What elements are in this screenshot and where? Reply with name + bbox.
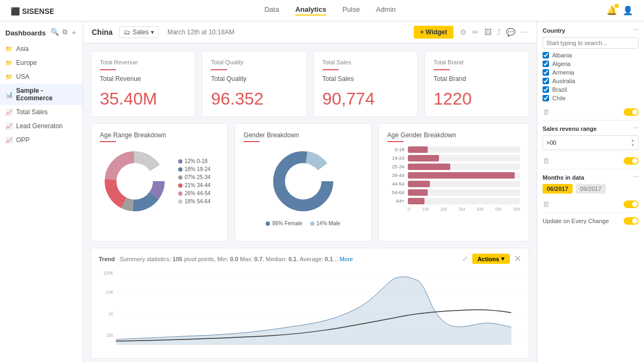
- country-search[interactable]: [543, 37, 639, 49]
- axis-label: 2M: [440, 206, 447, 212]
- divider: [543, 169, 639, 169]
- country-label: Country: [543, 27, 565, 34]
- chart-icon: 📊: [5, 91, 13, 98]
- add-dashboard-icon[interactable]: ＋: [70, 28, 77, 38]
- trash-icon[interactable]: 🗑: [543, 108, 550, 116]
- bar-row: 44-54: [387, 181, 520, 187]
- country-toggle[interactable]: [624, 108, 639, 116]
- edit-icon[interactable]: ✏: [472, 28, 479, 36]
- sidebar: Dashboards 🔍 ⧉ ＋ 📁 Asia 📁 Europe 📁 USA 📊…: [0, 21, 83, 362]
- sales-filter[interactable]: 🗂 Sales ▾: [119, 26, 159, 38]
- months-toggle[interactable]: [624, 201, 639, 208]
- share-icon[interactable]: ⤴: [497, 28, 501, 36]
- algeria-checkbox[interactable]: [543, 61, 549, 67]
- country-brazil: Brazil: [543, 86, 639, 93]
- sales-filter-controls: 🗑: [543, 157, 639, 165]
- more-link[interactable]: More: [340, 256, 353, 262]
- folder-icon: 📁: [5, 73, 13, 80]
- more-options-icon[interactable]: ⋯: [633, 27, 639, 34]
- country-section-header[interactable]: Country ⋯: [543, 27, 639, 34]
- bar-chart: 0-18 19-24 25-34 34-44: [387, 146, 520, 212]
- sidebar-item-usa[interactable]: 📁 USA: [0, 70, 83, 84]
- tab-analytics[interactable]: Analytics: [295, 5, 326, 16]
- kpi-brand: Total Brand Total Brand 1220: [425, 51, 529, 117]
- sidebar-item-opp[interactable]: 📈 OPP: [0, 133, 83, 147]
- kpi-revenue-value: 35.40M: [100, 89, 186, 109]
- range-arrows[interactable]: ▲ ▼: [631, 138, 635, 147]
- chevron-down-icon: ▾: [501, 255, 504, 262]
- tab-pulse[interactable]: Pulse: [342, 5, 360, 16]
- tab-data[interactable]: Data: [265, 5, 279, 16]
- user-icon[interactable]: 👤: [623, 5, 633, 16]
- kpi-sales-title: Total Sales: [323, 75, 409, 83]
- sales-toggle[interactable]: [624, 157, 639, 165]
- sisense-logo: ⬛ SISENSE: [11, 5, 54, 16]
- bar-label: 64+: [387, 198, 405, 204]
- legend-item: 14% Male: [310, 220, 340, 226]
- kpi-brand-label: Total Brand: [434, 59, 520, 65]
- sales-range-input[interactable]: >00 ▲ ▼: [543, 135, 639, 150]
- image-icon[interactable]: 🖼: [484, 28, 492, 36]
- sidebar-item-leadgen[interactable]: 📈 Lead Generaton: [0, 119, 83, 133]
- axis-label: 0: [408, 206, 411, 212]
- more-options-icon[interactable]: ⋯: [633, 174, 639, 181]
- months-section: Months in data ⋯ 06/2017 06/2017: [543, 174, 639, 194]
- kpi-sales-value: 90,774: [323, 89, 409, 109]
- trend-label: Trend: [99, 256, 115, 262]
- bar-fill: [408, 189, 428, 196]
- add-widget-button[interactable]: + Widget: [414, 26, 453, 39]
- legend-label: 26% 44-54: [185, 190, 210, 196]
- svg-point-10: [286, 164, 321, 199]
- armenia-checkbox[interactable]: [543, 69, 549, 76]
- tab-admin[interactable]: Admin: [376, 5, 396, 16]
- sidebar-item-asia[interactable]: 📁 Asia: [0, 42, 83, 56]
- chart-row: Age Range Breakdown: [91, 123, 529, 241]
- update-label: Update on Every Change: [543, 218, 609, 224]
- month-inactive-button[interactable]: 06/2017: [576, 184, 606, 194]
- actions-button[interactable]: Actions ▾: [472, 254, 510, 264]
- line-chart-icon: 📈: [5, 137, 13, 144]
- trash-icon[interactable]: 🗑: [543, 157, 550, 165]
- kpi-sales: Total Sales Total Sales 90,774: [313, 51, 418, 117]
- search-icon[interactable]: 🔍: [50, 28, 59, 38]
- nav-tabs: Data Analytics Pulse Admin: [265, 5, 396, 16]
- sales-section-header[interactable]: Sales revenu range ⋯: [543, 125, 639, 132]
- country-albania: Albania: [543, 52, 639, 58]
- sales-label: Sales revenu range: [543, 125, 597, 132]
- line-chart-icon: 📈: [5, 109, 13, 116]
- more-icon[interactable]: ⋯: [521, 28, 528, 36]
- chile-checkbox[interactable]: [543, 95, 549, 101]
- sidebar-item-sample[interactable]: 📊 Sample - Ecommerce: [0, 84, 83, 105]
- close-button[interactable]: ✕: [514, 254, 521, 264]
- sidebar-header: Dashboards 🔍 ⧉ ＋: [0, 21, 83, 42]
- albania-checkbox[interactable]: [543, 52, 549, 58]
- kpi-revenue-label: Total Revenue: [100, 59, 186, 65]
- sidebar-label-europe: Europe: [16, 59, 77, 67]
- axis-label: 1M: [422, 206, 429, 212]
- legend-label: 21% 34-44: [185, 182, 210, 188]
- kpi-quality-value: 96.352: [211, 89, 297, 109]
- comment-icon[interactable]: 💬: [506, 28, 515, 36]
- trash-icon[interactable]: 🗑: [543, 200, 550, 208]
- months-section-header[interactable]: Months in data ⋯: [543, 174, 639, 181]
- chile-label: Chile: [552, 95, 566, 101]
- settings-icon[interactable]: ⚙: [460, 28, 467, 36]
- more-options-icon[interactable]: ⋯: [633, 125, 639, 132]
- kpi-revenue: Total Revenue Total Revenue 35.40M: [91, 51, 195, 117]
- sidebar-label-leadgen: Lead Generaton: [16, 122, 77, 130]
- svg-text:10K: 10K: [106, 290, 114, 295]
- copy-icon[interactable]: ⧉: [62, 28, 67, 38]
- bar-track: [408, 181, 520, 187]
- dashboard-date: March 12th at 10:18AM: [167, 28, 235, 36]
- sidebar-item-totalsales[interactable]: 📈 Total Sales: [0, 105, 83, 119]
- update-toggle[interactable]: [624, 217, 639, 225]
- notification-icon[interactable]: 🔔: [606, 5, 617, 16]
- australia-checkbox[interactable]: [543, 78, 549, 84]
- legend-item: 18% 19-24: [178, 166, 210, 172]
- sidebar-item-europe[interactable]: 📁 Europe: [0, 56, 83, 70]
- month-active-button[interactable]: 06/2017: [543, 184, 573, 194]
- legend-label: 18% 54-64: [185, 198, 210, 204]
- brazil-checkbox[interactable]: [543, 86, 549, 93]
- expand-icon[interactable]: ⤢: [462, 255, 468, 263]
- trend-title: Trend · Summery statistics: 105 pivot po…: [99, 256, 353, 262]
